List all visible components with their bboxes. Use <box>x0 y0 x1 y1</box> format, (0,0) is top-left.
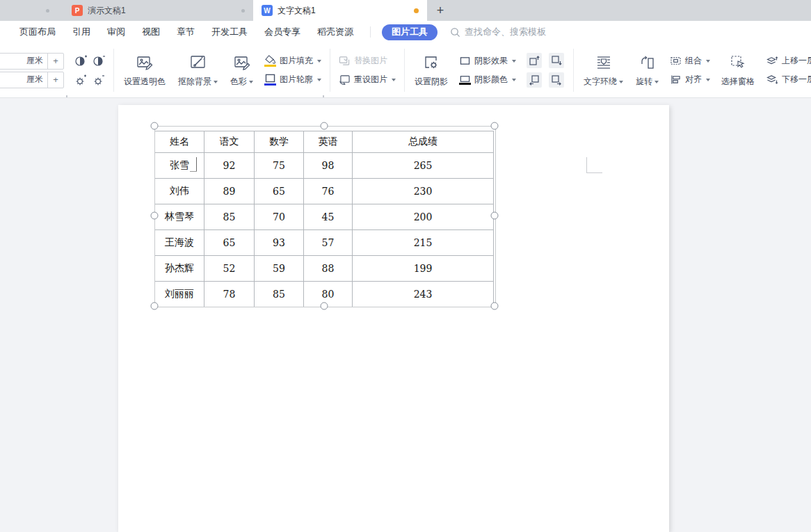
increase-contrast-button[interactable] <box>72 51 89 70</box>
group-button[interactable]: 组合 <box>670 55 710 67</box>
resize-handle-top-center[interactable] <box>321 122 328 130</box>
dropdown-caret-icon <box>706 60 710 63</box>
picture-tools-tab[interactable]: 图片工具 <box>382 24 437 40</box>
tab-label: 文字文稿1 <box>278 5 409 17</box>
menu-item-4[interactable]: 章节 <box>177 26 211 38</box>
table-cell: 200 <box>353 204 494 230</box>
tab-presentation[interactable]: P 演示文稿1 <box>63 0 236 21</box>
dropdown-caret-icon <box>619 81 623 83</box>
magic-wand-picture-icon <box>188 53 208 72</box>
send-backward-button[interactable]: 下移一层 <box>766 74 811 86</box>
text-caret-foot <box>190 171 197 172</box>
reset-picture-button[interactable]: 重设图片 <box>339 74 396 86</box>
group-objects-icon <box>670 56 682 66</box>
menu-item-2[interactable]: 审阅 <box>107 26 142 38</box>
group-separator <box>404 49 405 92</box>
offset-left-icon <box>529 74 540 86</box>
menu-item-3[interactable]: 视图 <box>142 26 177 38</box>
table-header-cell: 总成绩 <box>353 131 494 153</box>
width-field[interactable]: 厘米 + <box>0 72 64 88</box>
score-table-image[interactable]: 姓名语文数学英语总成绩张雪927598265刘伟896576230林雪琴8570… <box>154 131 494 307</box>
shadow-effect-stack: 阴影效果 阴影颜色 <box>454 43 521 97</box>
dropdown-caret-icon <box>655 81 659 83</box>
menu-item-5[interactable]: 开发工具 <box>211 26 264 38</box>
dropdown-caret-icon <box>512 60 516 63</box>
document-page[interactable]: 姓名语文数学英语总成绩张雪927598265刘伟896576230林雪琴8570… <box>118 105 669 532</box>
menu-item-6[interactable]: 会员专享 <box>264 26 317 38</box>
outline-square-icon <box>264 74 276 83</box>
button-label: 抠除背景 <box>178 76 211 88</box>
align-button[interactable]: 对齐 <box>670 74 710 86</box>
dropdown-caret-icon <box>706 79 710 81</box>
table-cell: 45 <box>304 204 353 230</box>
decrease-contrast-button[interactable] <box>90 51 107 70</box>
table-cell: 85 <box>255 282 304 307</box>
table-cell: 215 <box>353 230 494 256</box>
bring-forward-button[interactable]: 上移一层 <box>766 55 811 67</box>
button-label: 替换图片 <box>354 55 387 67</box>
shadow-offset-up-button[interactable] <box>527 53 542 68</box>
menu-item-7[interactable]: 稻壳资源 <box>317 26 370 38</box>
bring-forward-icon <box>766 56 778 66</box>
shadow-color-button[interactable]: 阴影颜色 <box>459 74 516 86</box>
table-cell: 93 <box>255 230 304 256</box>
group-separator <box>573 49 574 92</box>
height-increment-button[interactable]: + <box>47 54 63 69</box>
increase-brightness-button[interactable] <box>72 71 89 89</box>
text-caret <box>196 157 197 172</box>
color-button[interactable]: 色彩 <box>224 43 259 97</box>
shadow-effect-button[interactable]: 阴影效果 <box>459 55 516 67</box>
command-search[interactable]: 查找命令、搜索模板 <box>450 26 546 38</box>
tab-writer[interactable]: W 文字文稿1 <box>253 0 427 21</box>
resize-handle-middle-right[interactable] <box>491 212 499 220</box>
selection-pane-icon <box>728 53 748 72</box>
resize-handle-bottom-center[interactable] <box>321 303 328 310</box>
rotate-button[interactable]: 旋转 <box>629 43 665 97</box>
shadow-group: 设置阴影 阴影效果 阴影颜色 <box>408 43 570 97</box>
shadow-offset-down-button[interactable] <box>549 53 564 68</box>
fill-outline-stack: 图片填充 图片轮廓 <box>259 43 326 97</box>
width-increment-button[interactable]: + <box>47 72 63 88</box>
shadow-offset-left-button[interactable] <box>527 72 542 88</box>
arrange-group: 文字环绕 旋转 组合 对齐 选择窗格 上移一层 <box>577 43 811 97</box>
tab-separator-dot <box>241 9 245 13</box>
table-row: 刘伟896576230 <box>155 179 494 204</box>
resize-handle-bottom-left[interactable] <box>151 303 159 310</box>
button-label: 文字环绕 <box>584 76 617 88</box>
outline-color-swatch <box>264 83 276 86</box>
new-tab-button[interactable]: + <box>430 0 451 21</box>
resize-handle-top-left[interactable] <box>151 122 159 130</box>
color-dialog-launcher[interactable] <box>319 89 324 95</box>
width-unit-label: 厘米 <box>0 74 47 86</box>
picture-outline-button[interactable]: 图片轮廓 <box>264 74 321 86</box>
menu-item-1[interactable]: 引用 <box>72 26 107 38</box>
resize-handle-middle-left[interactable] <box>151 212 159 220</box>
button-label: 图片填充 <box>280 55 313 67</box>
set-shadow-button[interactable]: 设置阴影 <box>408 43 454 97</box>
picture-tools-ribbon: 厘米 + 厘米 + 设置透明色 抠 <box>0 43 811 98</box>
resize-handle-bottom-right[interactable] <box>491 303 499 310</box>
unsaved-indicator-dot <box>414 8 419 13</box>
menu-separator <box>370 26 371 38</box>
table-cell: 76 <box>304 179 353 204</box>
shadow-color-icon <box>459 75 471 82</box>
table-row: 林雪琴857045200 <box>155 204 494 230</box>
resize-handle-top-right[interactable] <box>491 122 499 130</box>
table-cell: 230 <box>353 179 494 204</box>
text-wrap-button[interactable]: 文字环绕 <box>577 43 629 97</box>
table-cell: 65 <box>204 230 255 256</box>
remove-background-button[interactable]: 抠除背景 <box>172 43 224 97</box>
height-field[interactable]: 厘米 + <box>0 53 64 70</box>
picture-fill-button[interactable]: 图片填充 <box>264 55 321 67</box>
button-label: 阴影颜色 <box>474 74 508 86</box>
table-cell: 刘伟 <box>155 179 204 204</box>
color-group: 设置透明色 抠除背景 色彩 图片填充 <box>118 43 326 97</box>
size-dialog-launcher[interactable] <box>62 89 67 95</box>
shadow-offset-right-button[interactable] <box>549 72 564 88</box>
menu-item-0[interactable]: 页面布局 <box>19 26 72 38</box>
decrease-brightness-button[interactable] <box>90 71 107 89</box>
button-label: 阴影效果 <box>474 55 508 67</box>
button-label: 对齐 <box>685 74 702 86</box>
selection-pane-button[interactable]: 选择窗格 <box>715 43 761 97</box>
set-transparent-color-button[interactable]: 设置透明色 <box>118 43 172 97</box>
